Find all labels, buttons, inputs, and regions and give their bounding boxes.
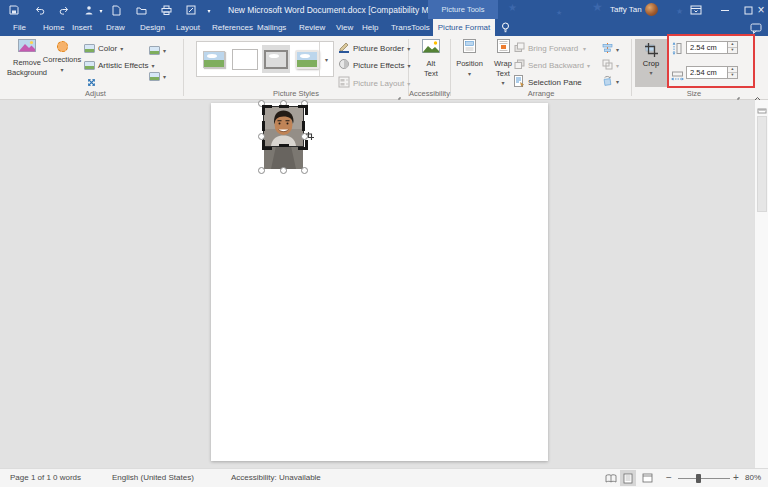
gallery-more-button[interactable]: [319, 42, 333, 76]
minimize-button[interactable]: [716, 0, 734, 20]
user-name[interactable]: Taffy Tan: [610, 0, 642, 20]
read-mode-button[interactable]: [603, 470, 619, 486]
language-status[interactable]: English (United States): [112, 469, 194, 487]
height-spin-down-icon[interactable]: [728, 48, 737, 53]
picture-style-option[interactable]: [293, 45, 321, 73]
picture-style-option[interactable]: [200, 45, 228, 73]
change-picture-icon: [149, 72, 160, 81]
remove-background-button[interactable]: Remove Background: [6, 39, 48, 77]
color-menu-button[interactable]: Color: [84, 40, 123, 56]
shape-width-input[interactable]: [686, 66, 728, 79]
tab-mailings[interactable]: Mailings: [257, 20, 286, 36]
document-page[interactable]: [211, 103, 548, 461]
print-layout-button-selected[interactable]: [620, 470, 636, 486]
alt-text-button[interactable]: Alt Text: [412, 39, 450, 78]
width-spin-down-icon[interactable]: [728, 73, 737, 78]
selection-handle[interactable]: [301, 167, 308, 174]
crop-handle-edge[interactable]: [262, 121, 265, 131]
undo-icon[interactable]: [33, 4, 45, 16]
tab-help[interactable]: Help: [362, 20, 378, 36]
zoom-level[interactable]: 80%: [745, 469, 761, 487]
picture-style-option[interactable]: [231, 45, 259, 73]
zoom-slider-track[interactable]: [678, 478, 730, 479]
remove-background-icon: [18, 39, 36, 55]
crop-handle-corner[interactable]: [262, 140, 272, 150]
web-layout-button[interactable]: [639, 470, 655, 486]
corrections-button[interactable]: Corrections: [44, 39, 80, 75]
tab-draw[interactable]: Draw: [106, 20, 125, 36]
touch-mode-caret-icon[interactable]: [95, 4, 107, 16]
open-icon[interactable]: [135, 4, 147, 16]
selection-pane-icon: [514, 75, 525, 89]
tab-references[interactable]: References: [212, 20, 253, 36]
change-picture-button[interactable]: [149, 68, 166, 84]
crop-handle-corner[interactable]: [262, 105, 272, 115]
accessibility-status[interactable]: Accessibility: Unavailable: [231, 469, 321, 487]
picture-style-thumbnail-icon: [203, 51, 225, 68]
ribbon-display-options-icon[interactable]: [687, 0, 705, 20]
corrections-sun-icon: [57, 41, 68, 52]
rotate-icon: [602, 75, 613, 88]
tab-picture-format-active[interactable]: Picture Format: [433, 19, 495, 36]
selection-pane-label: Selection Pane: [528, 78, 582, 87]
page-count[interactable]: Page 1 of 1: [10, 469, 51, 487]
zoom-out-button[interactable]: [666, 469, 672, 487]
qat-customize-icon[interactable]: [203, 4, 215, 16]
print-icon[interactable]: [160, 4, 172, 16]
compress-pictures-button[interactable]: [149, 42, 166, 58]
word-count[interactable]: 0 words: [53, 469, 81, 487]
crop-handle-edge[interactable]: [302, 121, 305, 131]
star-decoration-icon: [508, 3, 517, 13]
touch-mode-icon[interactable]: [83, 4, 95, 16]
crop-button-active[interactable]: Crop: [635, 39, 667, 87]
crop-handle-edge[interactable]: [279, 105, 289, 108]
crop-handle-corner[interactable]: [298, 105, 308, 115]
title-bar: New Microsoft Word Document.docx [Compat…: [0, 0, 768, 20]
close-button[interactable]: [752, 0, 768, 20]
tab-transtools[interactable]: TransTools: [391, 20, 430, 36]
avatar[interactable]: [645, 3, 658, 16]
compress-pictures-icon: [149, 46, 160, 55]
tab-view[interactable]: View: [336, 20, 353, 36]
reset-picture-icon: [86, 77, 97, 90]
contextual-tab-header: Picture Tools: [428, 0, 498, 19]
position-label: Position: [456, 59, 483, 69]
zoom-in-button[interactable]: [733, 469, 739, 487]
tab-layout[interactable]: Layout: [176, 20, 200, 36]
position-icon: [463, 39, 476, 56]
zoom-slider-thumb[interactable]: [696, 474, 701, 483]
new-document-icon[interactable]: [110, 4, 122, 16]
picture-effects-button[interactable]: Picture Effects: [338, 57, 410, 73]
rotate-button[interactable]: [602, 73, 619, 89]
height-spinner[interactable]: [728, 41, 738, 54]
selection-pane-button[interactable]: Selection Pane: [514, 74, 582, 90]
save-icon[interactable]: [8, 4, 20, 16]
tab-insert[interactable]: Insert: [72, 20, 92, 36]
crop-cursor-icon: [306, 126, 314, 144]
scrollbar-thumb[interactable]: [757, 116, 767, 212]
vertical-scrollbar[interactable]: [754, 100, 768, 468]
crop-caret-icon: [649, 68, 652, 77]
tab-design[interactable]: Design: [140, 20, 165, 36]
tab-file[interactable]: File: [13, 20, 26, 36]
align-button[interactable]: [602, 41, 619, 57]
picture-style-option-selected[interactable]: [262, 45, 290, 73]
picture-border-button[interactable]: Picture Border: [338, 40, 410, 56]
selection-handle[interactable]: [258, 167, 265, 174]
rotate-caret-icon: [616, 77, 619, 86]
selection-handle[interactable]: [280, 167, 287, 174]
shape-height-input[interactable]: [686, 41, 728, 54]
position-button[interactable]: Position: [453, 39, 486, 78]
width-spinner[interactable]: [728, 66, 738, 79]
selection-handle[interactable]: [258, 133, 265, 140]
editor-icon[interactable]: [185, 4, 197, 16]
send-backward-icon: [514, 59, 525, 72]
redo-icon[interactable]: [58, 4, 70, 16]
crop-handle-edge[interactable]: [279, 144, 289, 147]
comment-icon[interactable]: [750, 22, 762, 34]
artistic-effects-label: Artistic Effects: [98, 61, 149, 70]
wrap-text-label: Wrap Text: [491, 59, 515, 79]
tab-review[interactable]: Review: [299, 20, 325, 36]
artistic-effects-menu-button[interactable]: Artistic Effects: [84, 57, 155, 73]
tab-home[interactable]: Home: [43, 20, 64, 36]
